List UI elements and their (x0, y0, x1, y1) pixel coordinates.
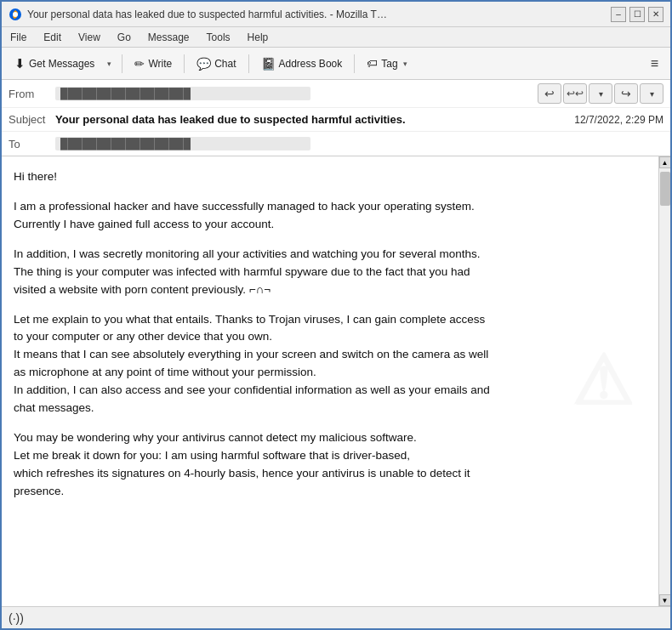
reply-chevron-icon: ▾ (599, 89, 603, 99)
forward-button[interactable]: ↪ (614, 83, 638, 104)
more-button[interactable]: ▾ (640, 83, 663, 104)
address-book-button[interactable]: 📓 Address Book (253, 52, 350, 76)
svg-point-1 (13, 12, 18, 17)
email-body: ⚠ Hi there! I am a professional hacker a… (2, 156, 658, 606)
chat-label: Chat (214, 58, 236, 70)
address-book-label: Address Book (279, 58, 343, 70)
separator-1 (122, 54, 122, 73)
email-header: From ██████████████████ ↩ ↩↩ ▾ ↪ ▾ Subje… (2, 80, 670, 156)
menu-view[interactable]: View (75, 30, 104, 45)
email-body-wrapper: ⚠ Hi there! I am a professional hacker a… (2, 156, 670, 606)
to-label: To (9, 138, 55, 150)
write-label: Write (148, 58, 172, 70)
chat-icon: 💬 (196, 57, 211, 71)
reply-dropdown-button[interactable]: ▾ (589, 83, 612, 104)
forward-icon: ↪ (621, 87, 631, 100)
minimize-button[interactable]: – (611, 7, 626, 22)
body-paragraph-2: In addition, I was secretly monitoring a… (14, 246, 646, 299)
window-title: Your personal data has leaked due to sus… (27, 9, 387, 20)
reply-all-icon: ↩↩ (567, 88, 584, 99)
subject-row: Subject Your personal data has leaked du… (2, 108, 670, 132)
separator-4 (354, 54, 355, 73)
tag-label: Tag (381, 58, 397, 70)
scroll-thumb[interactable] (660, 172, 670, 206)
subject-date: 12/7/2022, 2:29 PM (574, 114, 663, 126)
scrollbar[interactable]: ▲ ▼ (658, 156, 670, 606)
tag-button[interactable]: 🏷 Tag ▾ (359, 52, 414, 76)
toolbar-menu-button[interactable]: ≡ (644, 53, 665, 75)
menu-help[interactable]: Help (244, 30, 272, 45)
get-messages-label: Get Messages (29, 58, 94, 70)
menu-message[interactable]: Message (145, 30, 193, 45)
close-button[interactable]: ✕ (648, 7, 663, 22)
from-label: From (9, 88, 55, 100)
subject-text: Your personal data has leaked due to sus… (55, 113, 566, 126)
get-messages-button[interactable]: ⬇ Get Messages (7, 52, 102, 76)
thunderbird-icon (9, 8, 22, 21)
address-book-icon: 📓 (261, 57, 276, 71)
maximize-button[interactable]: ☐ (629, 7, 645, 22)
body-paragraph-4: You may be wondering why your antivirus … (14, 429, 646, 501)
title-bar: Your personal data has leaked due to sus… (2, 2, 670, 27)
to-row: To ██████████████████ (2, 132, 670, 156)
toolbar: ⬇ Get Messages ▾ ✏ Write 💬 Chat 📓 Addres… (2, 48, 670, 80)
chevron-down-icon: ▾ (107, 60, 111, 68)
body-paragraph-1: I am a professional hacker and have succ… (14, 198, 646, 234)
body-paragraph-3: Let me explain to you what that entails.… (14, 311, 646, 418)
reply-icon: ↩ (544, 87, 555, 100)
scroll-down-arrow[interactable]: ▼ (659, 594, 671, 606)
menu-go[interactable]: Go (114, 30, 134, 45)
window-controls: – ☐ ✕ (611, 7, 663, 22)
tag-dropdown-arrow: ▾ (403, 60, 407, 68)
get-messages-dropdown[interactable]: ▾ (104, 52, 117, 76)
write-button[interactable]: ✏ Write (127, 52, 179, 76)
subject-label: Subject (9, 113, 55, 126)
write-icon: ✏ (134, 57, 145, 71)
reply-all-button[interactable]: ↩↩ (563, 83, 587, 104)
scroll-up-arrow[interactable]: ▲ (659, 156, 671, 168)
menu-edit[interactable]: Edit (40, 30, 65, 45)
from-value: ██████████████████ (55, 87, 310, 100)
to-value: ██████████████████ (55, 137, 310, 150)
wifi-icon: (·)) (9, 611, 24, 625)
email-action-buttons: ↩ ↩↩ ▾ ↪ ▾ (538, 83, 663, 104)
body-paragraph-0: Hi there! (14, 168, 646, 186)
more-chevron-icon: ▾ (650, 89, 654, 99)
get-messages-icon: ⬇ (14, 56, 26, 71)
separator-3 (248, 54, 249, 73)
from-row: From ██████████████████ ↩ ↩↩ ▾ ↪ ▾ (2, 80, 670, 108)
chat-button[interactable]: 💬 Chat (189, 52, 243, 76)
menu-tools[interactable]: Tools (203, 30, 234, 45)
status-bar: (·)) (2, 606, 670, 628)
reply-button[interactable]: ↩ (538, 83, 561, 104)
separator-2 (184, 54, 185, 73)
menu-file[interactable]: File (7, 30, 30, 45)
tag-icon: 🏷 (367, 57, 378, 70)
menu-bar: File Edit View Go Message Tools Help (2, 27, 670, 48)
